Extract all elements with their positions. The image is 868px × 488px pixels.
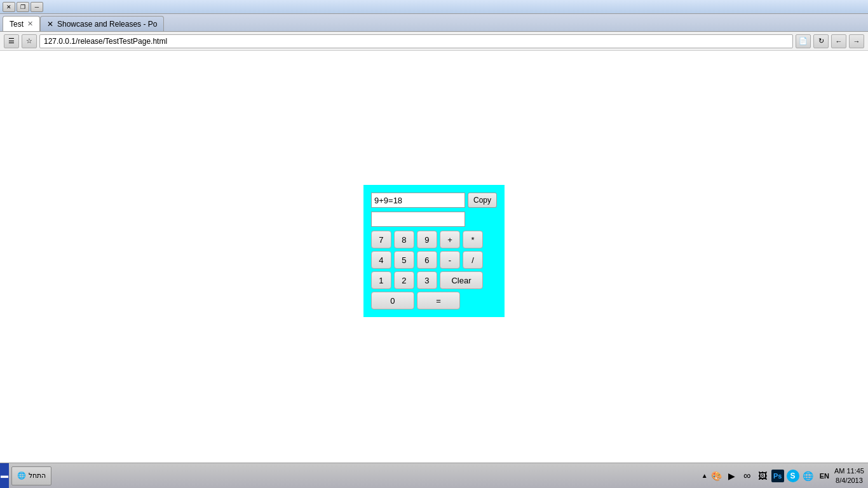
calc-row-2: 4 5 6 - / xyxy=(371,251,497,269)
btn-equals[interactable]: = xyxy=(417,292,460,309)
btn-1[interactable]: 1 xyxy=(371,271,391,289)
btn-divide[interactable]: / xyxy=(463,251,483,269)
btn-multiply[interactable]: * xyxy=(463,231,483,248)
address-input[interactable] xyxy=(39,34,793,48)
tab-showcase-close-left: ✕ xyxy=(47,20,53,29)
close-window-button[interactable]: ✕ xyxy=(3,2,15,12)
back-button[interactable]: ← xyxy=(831,34,846,48)
tray-icon-skype[interactable]: S xyxy=(787,470,799,482)
btn-8[interactable]: 8 xyxy=(394,231,414,248)
title-bar: ✕ ❐ ─ xyxy=(0,0,868,14)
tab-test[interactable]: Test ✕ xyxy=(3,16,40,31)
tray-icon-loop[interactable]: ∞ xyxy=(741,470,754,482)
btn-9[interactable]: 9 xyxy=(417,231,437,248)
tray-icon-ps[interactable]: Ps xyxy=(771,470,784,482)
tab-test-label: Test xyxy=(10,20,24,29)
btn-plus[interactable]: + xyxy=(440,231,460,248)
btn-2[interactable]: 2 xyxy=(394,271,414,289)
tray-expand-button[interactable]: ▲ xyxy=(702,472,708,479)
tray-icon-gallery[interactable]: 🖼 xyxy=(756,470,769,482)
tray-clock: AM 11:45 8/4/2013 xyxy=(834,466,864,485)
start-button[interactable]: ▐ xyxy=(0,463,9,489)
calc-row-1: 7 8 9 + * xyxy=(371,231,497,248)
taskbar-app-browser[interactable]: 🌐 התחל xyxy=(11,466,51,485)
page-content: Copy 7 8 9 + * 4 5 6 - / xyxy=(0,51,868,451)
tray-icon-chrome[interactable]: 🌐 xyxy=(802,470,815,482)
tab-test-close[interactable]: ✕ xyxy=(27,20,33,28)
btn-5[interactable]: 5 xyxy=(394,251,414,269)
calc-display[interactable] xyxy=(371,193,465,208)
calc-top-row: Copy xyxy=(371,193,497,208)
minimize-window-button[interactable]: ─ xyxy=(31,2,43,12)
btn-6[interactable]: 6 xyxy=(417,251,437,269)
calculator: Copy 7 8 9 + * 4 5 6 - / xyxy=(363,185,505,317)
save-page-button[interactable]: 📄 xyxy=(796,34,811,48)
tray-icon-paint[interactable]: 🎨 xyxy=(710,470,723,482)
btn-3[interactable]: 3 xyxy=(417,271,437,289)
address-bar: ☰ ☆ 📄 ↻ ← → xyxy=(0,32,868,51)
bookmark-button[interactable]: ☆ xyxy=(22,34,37,48)
copy-button[interactable]: Copy xyxy=(468,193,497,208)
tray-language: EN xyxy=(817,472,832,480)
forward-button[interactable]: → xyxy=(849,34,864,48)
clear-button[interactable]: Clear xyxy=(440,271,483,289)
restore-window-button[interactable]: ❐ xyxy=(17,2,29,12)
taskbar-items: 🌐 התחל xyxy=(9,466,698,485)
tray-date-value: 8/4/2013 xyxy=(834,476,864,485)
window-controls[interactable]: ✕ ❐ ─ xyxy=(3,2,43,12)
btn-minus[interactable]: - xyxy=(440,251,460,269)
tray-icon-play[interactable]: ▶ xyxy=(726,470,738,482)
tab-showcase[interactable]: ✕ Showcase and Releases - Po xyxy=(40,16,164,31)
btn-0[interactable]: 0 xyxy=(371,292,414,309)
btn-4[interactable]: 4 xyxy=(371,251,391,269)
calc-row-4: 0 = xyxy=(371,292,497,309)
taskbar-tray: ▲ 🎨 ▶ ∞ 🖼 Ps S 🌐 EN AM 11:45 8/4/2013 xyxy=(698,466,868,485)
calc-row-3: 1 2 3 Clear xyxy=(371,271,497,289)
btn-7[interactable]: 7 xyxy=(371,231,391,248)
calc-secondary-display[interactable] xyxy=(371,212,465,227)
calc-grid: 7 8 9 + * 4 5 6 - / 1 2 3 Clear xyxy=(371,231,497,309)
taskbar-app-label: התחל xyxy=(29,471,46,480)
tray-time-value: AM 11:45 xyxy=(834,466,864,475)
calc-secondary-row xyxy=(371,212,497,227)
refresh-button[interactable]: ↻ xyxy=(813,34,829,48)
tab-bar: Test ✕ ✕ Showcase and Releases - Po xyxy=(0,14,868,32)
taskbar: ▐ 🌐 התחל ▲ 🎨 ▶ ∞ 🖼 Ps S 🌐 EN AM 11:45 8/… xyxy=(0,463,868,488)
tab-showcase-label: Showcase and Releases - Po xyxy=(57,20,157,29)
menu-button[interactable]: ☰ xyxy=(4,34,19,48)
taskbar-app-icon: 🌐 xyxy=(17,471,26,480)
